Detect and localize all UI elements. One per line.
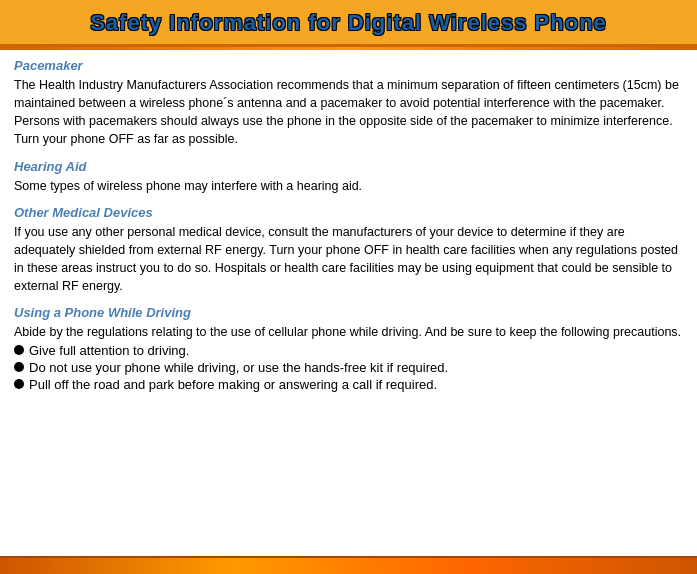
- section-other-medical: Other Medical DevicesIf you use any othe…: [14, 205, 683, 296]
- bullet-text: Give full attention to driving.: [29, 343, 189, 358]
- bullet-item: Give full attention to driving.: [14, 343, 683, 358]
- bullet-dot-icon: [14, 345, 24, 355]
- bullet-item: Do not use your phone while driving, or …: [14, 360, 683, 375]
- bullet-text: Pull off the road and park before making…: [29, 377, 437, 392]
- section-title-pacemaker: Pacemaker: [14, 58, 683, 73]
- header: Safety Information for Digital Wireless …: [0, 0, 697, 47]
- footer-bar: [0, 556, 697, 574]
- bullet-dot-icon: [14, 362, 24, 372]
- section-title-driving: Using a Phone While Driving: [14, 305, 683, 320]
- section-pacemaker: PacemakerThe Health Industry Manufacture…: [14, 58, 683, 149]
- page-wrapper: Safety Information for Digital Wireless …: [0, 0, 697, 574]
- section-title-other-medical: Other Medical Devices: [14, 205, 683, 220]
- section-hearing-aid: Hearing AidSome types of wireless phone …: [14, 159, 683, 195]
- section-body-other-medical: If you use any other personal medical de…: [14, 223, 683, 296]
- section-title-hearing-aid: Hearing Aid: [14, 159, 683, 174]
- bullet-text: Do not use your phone while driving, or …: [29, 360, 448, 375]
- content-area: PacemakerThe Health Industry Manufacture…: [0, 50, 697, 556]
- section-body-pacemaker: The Health Industry Manufacturers Associ…: [14, 76, 683, 149]
- section-body-hearing-aid: Some types of wireless phone may interfe…: [14, 177, 683, 195]
- section-body-driving: Abide by the regulations relating to the…: [14, 323, 683, 341]
- bullet-dot-icon: [14, 379, 24, 389]
- section-driving: Using a Phone While DrivingAbide by the …: [14, 305, 683, 392]
- bullet-item: Pull off the road and park before making…: [14, 377, 683, 392]
- page-title: Safety Information for Digital Wireless …: [90, 10, 607, 35]
